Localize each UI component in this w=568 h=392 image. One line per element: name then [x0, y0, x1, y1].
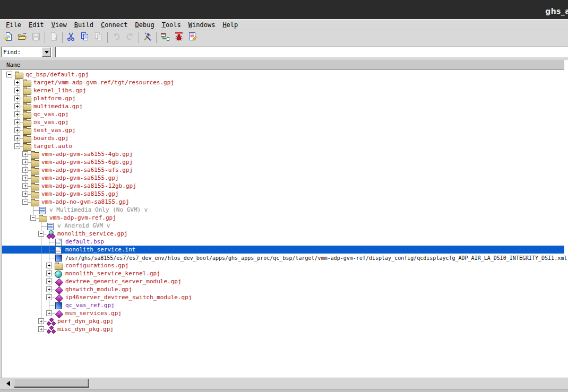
redo-button[interactable] [124, 31, 136, 44]
expand-plus-icon[interactable] [14, 103, 20, 109]
tree-row[interactable]: target.auto [2, 142, 564, 150]
expand-plus-icon[interactable] [14, 135, 20, 141]
tree-row[interactable]: test_vas.gpj [2, 126, 564, 134]
tree-row[interactable]: ghswitch_module.gpj [2, 285, 564, 293]
menu-item-windows[interactable]: Windows [185, 21, 219, 29]
tree-row[interactable]: v Android GVM v [2, 222, 564, 230]
scrollbar-thumb[interactable] [14, 379, 89, 387]
tree-row[interactable]: kernel_libs.gpj [2, 86, 564, 94]
expand-plus-icon[interactable] [46, 278, 52, 284]
tree-row[interactable]: qc_bsp/default.gpj [2, 71, 564, 79]
tree-row[interactable]: vmm-adp-no-gvm-sa8155.gpj [2, 198, 564, 206]
menu-item-help[interactable]: Help [219, 21, 242, 29]
expand-plus-icon[interactable] [46, 286, 52, 292]
expand-plus-icon[interactable] [14, 119, 20, 125]
collapse-minus-icon[interactable] [14, 143, 20, 149]
expand-plus-icon[interactable] [14, 80, 20, 85]
tree-row[interactable]: default.bsp [2, 238, 564, 246]
expand-plus-icon[interactable] [46, 271, 52, 276]
collapse-minus-icon[interactable] [22, 199, 28, 205]
tree-row[interactable]: /usr/ghs/sa8155/es7/es7_dev_env/hlos_dev… [2, 254, 564, 262]
paste-button[interactable] [92, 31, 105, 44]
add-file-button[interactable] [47, 31, 60, 44]
menu-item-view[interactable]: View [48, 21, 71, 29]
expand-plus-icon[interactable] [46, 263, 52, 268]
tree-row[interactable]: qc_vas_ref.gpj [2, 301, 564, 309]
menu-item-edit[interactable]: Edit [25, 21, 48, 29]
menu-item-tools[interactable]: Tools [158, 21, 185, 29]
expand-plus-icon[interactable] [14, 88, 20, 93]
expand-plus-icon[interactable] [22, 191, 28, 197]
debug-button[interactable] [173, 31, 185, 44]
connect-button[interactable] [159, 31, 171, 44]
tree-label: monolith_service.gpj [57, 230, 127, 237]
tree-label: perf_dyn_pkg.gpj [57, 318, 114, 325]
edit-page-icon [188, 32, 197, 43]
tree-row[interactable]: ip46server_devtree_switch_module.gpj [2, 293, 564, 301]
tree-row[interactable]: v Multimedia Only (No GVM) v [2, 206, 564, 214]
tree-panel[interactable]: qc_bsp/default.gpjtarget/vmm-adp-gvm-ref… [2, 71, 564, 378]
expand-plus-icon[interactable] [22, 159, 28, 165]
expand-plus-icon[interactable] [22, 167, 28, 173]
tree-label: monolith_service_kernel.gpj [65, 270, 160, 277]
tree-row[interactable]: qc_vas.gpj [2, 110, 564, 118]
tree-row[interactable]: monolith_service_kernel.gpj [2, 269, 564, 277]
tree-row[interactable]: msm_services.gpj [2, 309, 564, 317]
expand-plus-icon[interactable] [14, 111, 20, 117]
arrow-left-icon [6, 381, 10, 386]
expand-plus-icon[interactable] [38, 326, 44, 332]
scroll-left-button[interactable] [4, 379, 12, 387]
undo-button[interactable] [110, 31, 123, 44]
menu-item-build[interactable]: Build [71, 21, 97, 29]
tree-connector [49, 306, 55, 306]
find-combo[interactable]: Find: [1, 47, 52, 57]
expand-plus-icon[interactable] [22, 175, 28, 181]
expand-plus-icon[interactable] [14, 95, 20, 101]
find-row: Find: [0, 45, 568, 59]
cut-button[interactable] [65, 31, 78, 44]
find-combo-label: Find: [2, 49, 42, 56]
column-header-name[interactable]: Name [0, 60, 564, 70]
expand-plus-icon[interactable] [46, 294, 52, 300]
expand-plus-icon[interactable] [38, 318, 44, 324]
find-dropdown-button[interactable] [42, 47, 51, 57]
tree-row[interactable]: vmm-adp-gvm-sa8155.gpj [2, 190, 564, 198]
tree-row[interactable]: perf_dyn_pkg.gpj [2, 317, 564, 325]
menu-item-debug[interactable]: Debug [132, 21, 158, 29]
menu-item-file[interactable]: File [2, 21, 25, 29]
tree-label: misc_dyn_pkg.gpj [57, 326, 114, 333]
collapse-minus-icon[interactable] [6, 72, 12, 77]
new-file-button[interactable] [2, 31, 15, 44]
save-button[interactable] [30, 31, 42, 44]
expand-plus-icon[interactable] [46, 310, 52, 316]
tree-row[interactable]: os_vas.gpj [2, 118, 564, 126]
tree-row[interactable]: configurations.gpj [2, 262, 564, 269]
horizontal-scrollbar[interactable] [0, 378, 568, 389]
tree-row[interactable]: target/vmm-adp-gvm-ref/tgt/resources.gpj [2, 79, 564, 86]
panel-left-edge [1, 70, 2, 378]
build-button[interactable] [141, 31, 154, 44]
expand-plus-icon[interactable] [22, 183, 28, 189]
tree-row[interactable]: monolith_service.int [2, 246, 564, 254]
menu-item-connect[interactable]: Connect [97, 21, 132, 29]
tree-row[interactable]: vmm-adp-gvm-sa6155-ufs.gpj [2, 166, 564, 174]
tree-row[interactable]: platform.gpj [2, 94, 564, 102]
collapse-minus-icon[interactable] [38, 231, 44, 237]
tree-row[interactable]: vmm-adp-gvm-ref.gpj [2, 214, 564, 222]
editor-button[interactable] [186, 31, 199, 44]
open-file-button[interactable] [16, 31, 29, 44]
tree-row[interactable]: vmm-adp-gvm-sa8155-12gb.gpj [2, 182, 564, 190]
tree-row[interactable]: boards.gpj [2, 134, 564, 142]
tree-row[interactable]: devtree_generic_server_module.gpj [2, 277, 564, 285]
tree-row[interactable]: vmm-adp-gvm-sa6155-6gb.gpj [2, 158, 564, 166]
expand-plus-icon[interactable] [14, 127, 20, 133]
tree-row[interactable]: misc_dyn_pkg.gpj [2, 325, 564, 333]
tree-row[interactable]: multimedia.gpj [2, 102, 564, 110]
copy-button[interactable] [79, 31, 91, 44]
tree-row[interactable]: vmm-adp-gvm-sa6155-4gb.gpj [2, 150, 564, 158]
tree-row[interactable]: vmm-adp-gvm-sa6155.gpj [2, 174, 564, 182]
collapse-minus-icon[interactable] [30, 215, 36, 221]
find-input[interactable] [55, 47, 568, 57]
expand-plus-icon[interactable] [22, 151, 28, 157]
tree-row[interactable]: monolith_service.gpj [2, 230, 564, 238]
